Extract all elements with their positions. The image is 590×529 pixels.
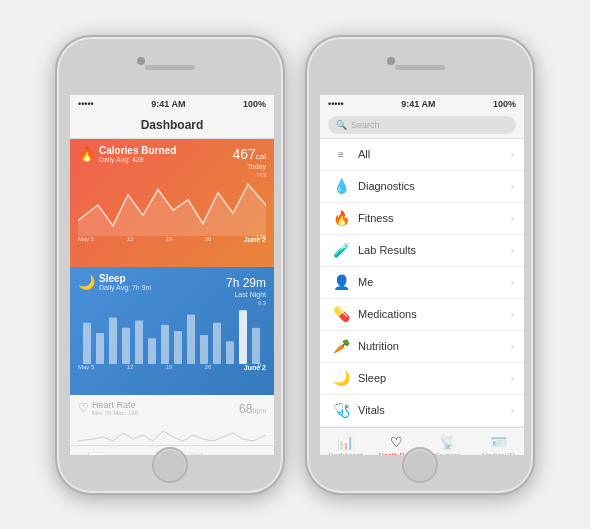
list-item-fitness[interactable]: 🔥 Fitness ›	[320, 203, 524, 235]
tab2-health-icon: ♡	[390, 434, 403, 450]
health-categories-list: ≡ All › 💧 Diagnostics › 🔥 Fitness › 🧪 La…	[320, 139, 524, 427]
fitness-icon: 🔥	[330, 210, 352, 226]
svg-rect-7	[174, 330, 182, 363]
calories-chart: 743 136	[70, 172, 274, 240]
heart-chart	[70, 421, 274, 445]
nutrition-icon: 🥕	[330, 338, 352, 354]
tab2-dashboard[interactable]: 📊 Dashboard	[320, 434, 371, 455]
chevron-diagnostics: ›	[511, 181, 514, 192]
status-time-2: 9:41 AM	[401, 99, 435, 109]
tab-medid-icon: 🪪	[240, 452, 257, 455]
list-item-lab-label: Lab Results	[358, 244, 511, 256]
list-item-nutrition-label: Nutrition	[358, 340, 511, 352]
list-item-me[interactable]: 👤 Me ›	[320, 267, 524, 299]
svg-rect-10	[213, 322, 221, 363]
chevron-all: ›	[511, 149, 514, 160]
phone2-camera	[387, 57, 395, 65]
phone-camera	[137, 57, 145, 65]
phone-screen-dashboard: ••••• 9:41 AM 100% Dashboard 🔥 Calories …	[70, 95, 274, 455]
home-button-2[interactable]	[402, 447, 438, 483]
heart-card: ♡ Heart Rate Min: 55 Max: 126 68bpm	[70, 395, 274, 445]
list-item-nutrition[interactable]: 🥕 Nutrition ›	[320, 331, 524, 363]
search-input-box[interactable]: 🔍 Search	[328, 116, 516, 134]
nav-title-dashboard: Dashboard	[70, 113, 274, 139]
svg-rect-2	[109, 317, 117, 364]
phone2-speaker	[395, 65, 445, 70]
phone-speaker	[145, 65, 195, 70]
phone-screen-health: ••••• 9:41 AM 100% 🔍 Search ≡ All › 💧 Di…	[320, 95, 524, 455]
sleep-icon: 🌙	[78, 274, 95, 290]
tab2-sources-label: Sources	[435, 452, 461, 455]
svg-rect-1	[96, 333, 104, 364]
chevron-fitness: ›	[511, 213, 514, 224]
heart-title: Heart Rate	[92, 400, 138, 410]
sleep-list-icon: 🌙	[330, 370, 352, 386]
svg-rect-5	[148, 338, 156, 364]
signal-dots: •••••	[78, 99, 94, 109]
calories-subtitle: Daily Avg: 428	[99, 156, 176, 163]
sleep-value: 7h 29m Last Night	[226, 273, 266, 298]
sleep-subtitle: Daily Avg: 7h 9m	[99, 284, 151, 291]
sleep-title: Sleep	[99, 273, 151, 284]
list-item-me-label: Me	[358, 276, 511, 288]
svg-rect-12	[239, 310, 247, 364]
list-item-medications[interactable]: 💊 Medications ›	[320, 299, 524, 331]
battery-level-2: 100%	[493, 99, 516, 109]
list-item-medications-label: Medications	[358, 308, 511, 320]
home-button-1[interactable]	[152, 447, 188, 483]
lab-icon: 🧪	[330, 242, 352, 258]
diagnostics-icon: 💧	[330, 178, 352, 194]
list-item-fitness-label: Fitness	[358, 212, 511, 224]
tab-sources-icon: 📡	[189, 452, 206, 455]
calories-icon: 🔥	[78, 146, 95, 162]
list-item-lab[interactable]: 🧪 Lab Results ›	[320, 235, 524, 267]
heart-title-group: ♡ Heart Rate Min: 55 Max: 126	[78, 400, 138, 416]
svg-rect-8	[187, 314, 195, 364]
svg-rect-11	[226, 341, 234, 364]
chevron-sleep: ›	[511, 373, 514, 384]
tab2-sources-icon: 📡	[439, 434, 456, 450]
list-item-diagnostics[interactable]: 💧 Diagnostics ›	[320, 171, 524, 203]
list-item-sleep[interactable]: 🌙 Sleep ›	[320, 363, 524, 395]
tab-medical-id[interactable]: 🪪 Medical ID	[223, 452, 274, 455]
all-icon: ≡	[330, 149, 352, 160]
calories-value: 467cal Today	[232, 145, 266, 170]
sleep-card: 🌙 Sleep Daily Avg: 7h 9m 7h 29m Last Nig…	[70, 267, 274, 395]
chevron-me: ›	[511, 277, 514, 288]
chevron-lab: ›	[511, 245, 514, 256]
tab2-medid-icon: 🪪	[490, 434, 507, 450]
list-item-diagnostics-label: Diagnostics	[358, 180, 511, 192]
svg-rect-6	[161, 324, 169, 363]
svg-rect-4	[135, 320, 143, 363]
phone-dashboard: ••••• 9:41 AM 100% Dashboard 🔥 Calories …	[55, 35, 285, 495]
phone-health-data: ••••• 9:41 AM 100% 🔍 Search ≡ All › 💧 Di…	[305, 35, 535, 495]
me-icon: 👤	[330, 274, 352, 290]
medications-icon: 💊	[330, 306, 352, 322]
search-icon: 🔍	[336, 120, 347, 130]
status-bar-2: ••••• 9:41 AM 100%	[320, 95, 524, 113]
list-item-all[interactable]: ≡ All ›	[320, 139, 524, 171]
sleep-chart: 9.3 0	[70, 300, 274, 368]
calories-title-group: 🔥 Calories Burned Daily Avg: 428	[78, 145, 176, 163]
list-item-vitals[interactable]: 🩺 Vitals ›	[320, 395, 524, 427]
heart-value: 68bpm	[239, 399, 266, 417]
svg-rect-13	[252, 327, 260, 363]
tab2-medical-id[interactable]: 🪪 Medical ID	[473, 434, 524, 455]
battery-level: 100%	[243, 99, 266, 109]
tab-health-icon: ♡	[140, 452, 153, 455]
sleep-title-group: 🌙 Sleep Daily Avg: 7h 9m	[78, 273, 151, 291]
calories-title: Calories Burned	[99, 145, 176, 156]
tab-dashboard[interactable]: 📊 Dashboard	[70, 452, 121, 455]
svg-rect-3	[122, 327, 130, 363]
chevron-vitals: ›	[511, 405, 514, 416]
heart-subtitle: Min: 55 Max: 126	[92, 410, 138, 416]
tab2-dashboard-label: Dashboard	[328, 452, 362, 455]
search-placeholder: Search	[351, 120, 380, 130]
search-bar: 🔍 Search	[320, 113, 524, 139]
list-item-all-label: All	[358, 148, 511, 160]
tab-dashboard-icon: 📊	[87, 452, 104, 455]
vitals-icon: 🩺	[330, 402, 352, 418]
calories-card: 🔥 Calories Burned Daily Avg: 428 467cal …	[70, 139, 274, 267]
status-time: 9:41 AM	[151, 99, 185, 109]
tab2-medid-label: Medical ID	[482, 452, 515, 455]
